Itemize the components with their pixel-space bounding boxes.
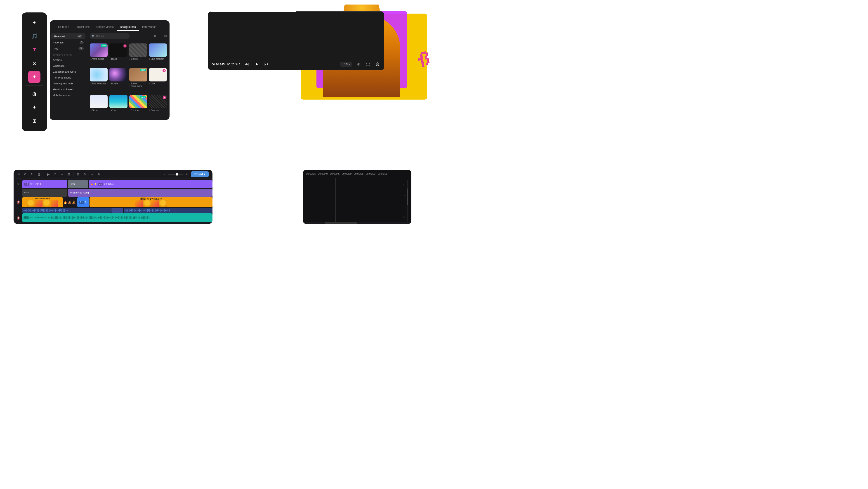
tl-speed-button[interactable]: ⊙: [83, 172, 87, 177]
download-icon[interactable]: ↓: [159, 33, 162, 39]
new-badge-brown: NEW: [140, 69, 146, 71]
tab-intro-videos[interactable]: Intro videos: [139, 24, 159, 31]
tl-filter-button[interactable]: ≡: [17, 172, 21, 177]
sidebar-item-health[interactable]: Health and fitness: [50, 86, 87, 92]
aspect-ratio-button[interactable]: 16:9 ▾: [340, 62, 352, 67]
effects-button[interactable]: ✦: [28, 71, 40, 83]
clip-video-mov-left[interactable]: fx·1 Video.mov: [22, 197, 63, 207]
more-button[interactable]: ⊞: [28, 115, 40, 127]
timeline-scrollbar-track[interactable]: [407, 180, 408, 222]
tl-redo-button[interactable]: ↻: [30, 172, 34, 177]
track-side-waveform: [15, 208, 22, 213]
tl-delete-button[interactable]: 🗑: [37, 172, 41, 177]
hot-badge-chat: ♥: [162, 69, 166, 72]
tl-crop-button[interactable]: ⊡: [66, 172, 71, 177]
bg-label-contrast: ↓ Contrast: [129, 109, 147, 112]
sidebar-item-education[interactable]: Education and work: [50, 69, 87, 75]
settings-button[interactable]: [374, 61, 381, 67]
clip-smail[interactable]: Smail: [68, 180, 88, 188]
video-thumb-2: [35, 200, 42, 207]
sidebar-item-cinematic[interactable]: Cinematic: [50, 63, 87, 69]
filters-button[interactable]: ◑: [28, 88, 40, 100]
play-button[interactable]: [253, 61, 260, 68]
track-audio-off-icon[interactable]: 🔇: [17, 200, 20, 204]
timeline-scroll-area[interactable]: -5 -10 -15 -20: [303, 178, 411, 224]
bg-card-coast[interactable]: ↓ Coast: [110, 95, 127, 118]
effects-store-label: EFFECTS STORE: [50, 52, 87, 57]
clip-vid-small[interactable]: fx·1 fx·1 Vid: [77, 197, 89, 207]
rewind-button[interactable]: [243, 61, 250, 67]
bg-card-arctic-aurora[interactable]: NEW ↓ Arctic aurora: [90, 44, 107, 66]
forward-button[interactable]: [264, 61, 270, 67]
clip-when-i-was-young[interactable]: When I Was Young: [68, 189, 213, 197]
ruler-mark-6: 00:01:00: [366, 172, 375, 175]
zoom-out-button[interactable]: −: [163, 172, 166, 177]
timeline-horizontal-scroll[interactable]: [303, 222, 411, 224]
clip-hello[interactable]: Hello: [22, 189, 67, 197]
tab-file-import[interactable]: File import: [53, 24, 72, 31]
down-icon-brown: ↓: [129, 84, 130, 86]
bg-card-blocks[interactable]: ↓ Blocks: [129, 44, 147, 66]
clip-emoji-badges: 🔥 🧸 🧸: [63, 197, 77, 207]
clip-tittle4-left[interactable]: fx·1 fx·1 Tittle 4: [22, 180, 67, 188]
sidebar-item-gaming[interactable]: Gaming and tech: [50, 81, 87, 86]
bg-card-brown-cap[interactable]: NEW ↓ Brown - cappuccino: [129, 68, 147, 93]
add-button[interactable]: +: [28, 17, 40, 29]
bg-thumb-brown-cap: NEW: [129, 68, 147, 81]
sidebar-item-featured[interactable]: Featured 40: [51, 33, 86, 39]
zoom-in-button[interactable]: +: [185, 172, 188, 177]
bg-card-contrast[interactable]: NEW ↓ Contrast: [129, 95, 147, 118]
video-thumb-1: [27, 200, 35, 207]
sort-icon[interactable]: ⇅: [153, 33, 157, 39]
zoom-thumb: [176, 173, 178, 176]
video-thumb-4: [51, 200, 58, 207]
bg-card-blue-sunburst[interactable]: ↓ Blue Sunburst: [90, 68, 107, 93]
sidebar-item-free[interactable]: Free 39: [50, 46, 87, 52]
volume-button[interactable]: [355, 61, 362, 67]
export-button[interactable]: Export ▾: [191, 171, 209, 177]
bg-card-blue-gradient[interactable]: ↓ Blue gradient: [149, 44, 167, 66]
tab-sample-videos[interactable]: Sample videos: [93, 24, 117, 31]
bg-card-bokeh[interactable]: ↓ Bokeh: [110, 68, 127, 93]
toolbar-divider: [26, 85, 43, 86]
timeline-scrollbar-thumb[interactable]: [407, 189, 408, 205]
clip-video2-label: fx·1 Video.mov: [147, 198, 162, 200]
clip-dreamer[interactable]: fx·1 fx·1 Dreamer.mp4: [22, 213, 213, 222]
more-icon: ⊞: [32, 118, 36, 124]
sidebar-item-abstract[interactable]: Abstract: [50, 57, 87, 63]
stickers-button[interactable]: ✦: [28, 102, 40, 114]
sidebar-item-favorites[interactable]: Favorites 3: [50, 39, 87, 46]
track-visibility-icon[interactable]: 👁: [17, 182, 20, 186]
tl-add-track-button[interactable]: ⊕: [96, 172, 101, 177]
transitions-button[interactable]: ⧖: [28, 57, 40, 69]
tl-undo-button[interactable]: ↺: [23, 172, 28, 177]
tl-transform-button[interactable]: ⊞: [76, 172, 80, 177]
bg-label-bokeh: ↓ Bokeh: [110, 82, 127, 85]
tl-loop-button[interactable]: ⊙: [53, 172, 57, 177]
clip-tittle4-right[interactable]: 🔥 ⭐ fx·1 fx·1 Tittle 4: [89, 180, 213, 188]
track-audio-icon[interactable]: 🔇: [17, 216, 20, 220]
music-button[interactable]: 🎵: [28, 30, 40, 42]
bg-card-clouds[interactable]: ↓ Clouds: [90, 95, 107, 118]
sidebar-item-hobbies[interactable]: Hobbies and art: [50, 92, 87, 98]
zoom-slider[interactable]: [168, 174, 184, 175]
bg-thumb-clouds: [90, 95, 107, 108]
tl-play-button[interactable]: ▶: [46, 172, 51, 177]
clip-video-mov-right[interactable]: fx·1 fx·1 Video.mov: [90, 197, 213, 207]
clip-fx-right: fx·1: [141, 198, 146, 200]
text-button[interactable]: T: [28, 44, 40, 56]
bg-card-black[interactable]: ♥ ↓ Black: [110, 44, 127, 66]
fullscreen-button[interactable]: [365, 61, 371, 67]
search-input[interactable]: [90, 33, 129, 39]
ruler-mark-3: 00:00:45: [330, 172, 340, 175]
tl-cut-button[interactable]: ✂: [60, 172, 64, 177]
timeline-ruler-header: 00:00:35 00:00:40 00:00:45 00:00:50 00:0…: [303, 170, 411, 178]
timeline-scroll-handle[interactable]: [324, 222, 357, 224]
sidebar-item-family[interactable]: Family and kids: [50, 75, 87, 81]
bg-card-coupon[interactable]: ♥ ↓ Coupon: [149, 95, 167, 118]
search-wrapper: 🔍: [90, 33, 151, 39]
tab-backgrounds[interactable]: Backgrounds: [117, 24, 139, 31]
bg-card-chat[interactable]: ♥ ↓ Chat: [149, 68, 167, 93]
tab-project-files[interactable]: Project files: [72, 24, 93, 31]
tl-link-button[interactable]: ↔: [89, 172, 94, 177]
